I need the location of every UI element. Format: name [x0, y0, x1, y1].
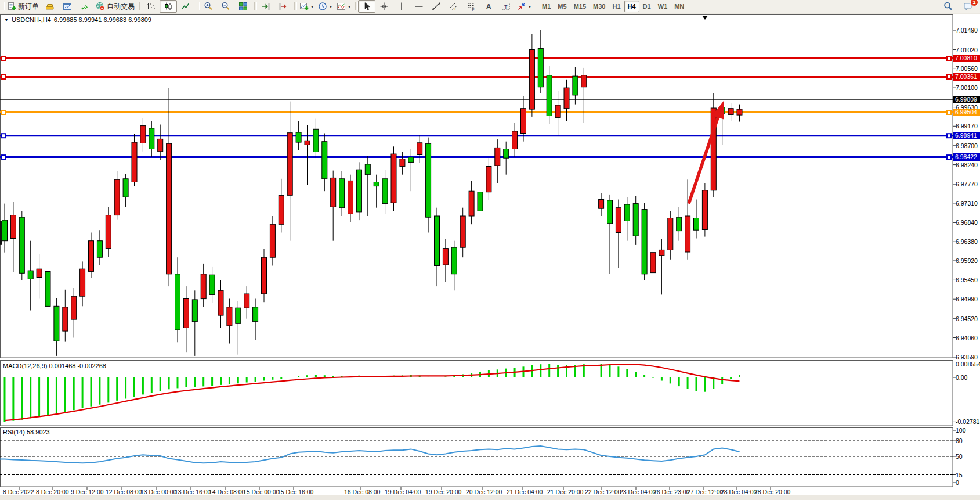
date-label: 8 Dec 20:00	[36, 488, 69, 495]
crosshair-button[interactable]	[375, 0, 393, 13]
price-tick-label: 6.94060	[956, 334, 980, 341]
candlestick-button[interactable]	[160, 0, 177, 13]
chart-window: ▼ USDCNH-,H4 6.99685 6.99941 6.99683 6.9…	[0, 14, 980, 495]
price-tick-label: 6.98240	[956, 161, 980, 168]
chart-window-icon	[63, 2, 72, 11]
vertical-line-button[interactable]	[393, 0, 410, 13]
timeframe-h4-button[interactable]: H4	[624, 1, 639, 12]
date-label: 21 Dec 20:00	[547, 488, 583, 495]
new-chart-icon	[299, 2, 309, 11]
chart-shift-button[interactable]	[274, 0, 292, 13]
gold-icon	[45, 2, 55, 11]
line-handle	[947, 134, 951, 138]
price-tick-label: 6.97770	[956, 181, 980, 188]
chart-canvas[interactable]	[0, 14, 980, 495]
dropdown-caret-icon[interactable]: ▾	[330, 4, 332, 9]
line-handle	[2, 56, 6, 60]
clock-icon	[318, 2, 327, 11]
new-order-button[interactable]: 新订单	[5, 0, 41, 13]
signal-button[interactable]	[76, 0, 93, 13]
price-tick-label: 6.96380	[956, 238, 980, 245]
market-watch-button[interactable]	[59, 0, 76, 13]
timeframe-m15-button[interactable]: M15	[570, 1, 590, 12]
svg-text:A: A	[486, 2, 492, 11]
svg-text:E: E	[455, 7, 458, 11]
tile-windows-icon	[238, 2, 248, 11]
price-tick-label: 6.95920	[956, 257, 980, 264]
trendline-button[interactable]	[428, 0, 445, 13]
date-label: 28 Dec 04:00	[721, 488, 757, 495]
toolbar-group-4: ▾▾▾	[294, 0, 355, 13]
zoom-out-button[interactable]	[217, 0, 234, 13]
rsi-axis-label: 0	[956, 479, 980, 486]
horizontal-line-icon	[414, 2, 424, 11]
timeframe-w1-button[interactable]: W1	[654, 1, 671, 12]
bar-chart-button[interactable]	[142, 0, 160, 13]
rsi-indicator-label: RSI(14) 58.9023	[3, 429, 50, 436]
gold-button[interactable]	[41, 0, 59, 13]
tile-windows-button[interactable]	[234, 0, 252, 13]
chart-title: ▼ USDCNH-,H4 6.99685 6.99941 6.99683 6.9…	[4, 16, 151, 23]
timeframe-d1-button[interactable]: D1	[639, 1, 654, 12]
price-tick-label: 6.96840	[956, 219, 980, 226]
dropdown-caret-icon[interactable]: ▾	[311, 4, 313, 9]
rsi-axis-label: 80	[956, 437, 980, 444]
indicators-icon	[337, 2, 346, 11]
line-handle	[2, 110, 6, 114]
dropdown-caret-icon[interactable]: ▾	[348, 4, 350, 9]
chat-button[interactable]: 1	[959, 0, 977, 13]
text-icon: A	[484, 2, 493, 11]
date-label: 19 Dec 04:00	[385, 488, 421, 495]
arrows-button[interactable]: ▾	[515, 0, 533, 13]
timeframe-m1-button[interactable]: M1	[538, 1, 554, 12]
cursor-button[interactable]	[358, 0, 375, 13]
timeframe-h1-button[interactable]: H1	[609, 1, 624, 12]
price-line-badge: 6.98422	[953, 153, 980, 161]
date-label: 15 Dec 00:00	[243, 488, 279, 495]
date-label: 9 Dec 12:00	[71, 488, 104, 495]
line-chart-button[interactable]	[177, 0, 194, 13]
search-button[interactable]	[939, 0, 957, 13]
text-label-button[interactable]: T	[497, 0, 515, 13]
date-label: 27 Dec 12:00	[687, 488, 723, 495]
toolbar-group-5: EFAT▾	[355, 0, 535, 13]
price-tick-label: 7.00560	[956, 65, 980, 72]
date-label: 13 Dec 00:00	[140, 488, 176, 495]
price-line-badge: 6.98941	[953, 132, 980, 139]
templates-button[interactable]: ▾	[334, 0, 353, 13]
fibonacci-icon: F	[467, 2, 476, 11]
trendline-icon	[432, 2, 441, 11]
autotrading-button[interactable]: 自动交易	[93, 0, 137, 13]
date-label: 16 Dec 08:00	[344, 488, 380, 495]
channel-button[interactable]: E	[445, 0, 462, 13]
horizontal-line-button[interactable]	[410, 0, 428, 13]
timeframe-mn-button[interactable]: MN	[671, 1, 688, 12]
signal-icon	[80, 2, 89, 11]
timeframe-m5-button[interactable]: M5	[554, 1, 570, 12]
svg-text:T: T	[504, 4, 508, 10]
auto-scroll-icon	[261, 2, 270, 11]
price-tick-label: 6.93590	[956, 354, 980, 361]
line-chart-icon	[181, 2, 190, 11]
dropdown-caret-icon[interactable]: ▾	[529, 4, 531, 9]
macd-indicator-label: MACD(12,26,9) 0.001468 -0.002268	[3, 362, 106, 369]
chart-symbol-period: USDCNH-,H4	[12, 16, 51, 23]
date-label: 19 Dec 20:00	[425, 488, 461, 495]
notification-badge: 1	[970, 0, 978, 6]
date-label: 13 Dec 16:00	[175, 488, 211, 495]
zoom-in-button[interactable]	[200, 0, 217, 13]
chevron-down-icon[interactable]: ▼	[4, 17, 9, 23]
line-handle	[947, 110, 951, 114]
cursor-icon	[362, 2, 371, 11]
price-tick-label: 6.98700	[956, 142, 980, 149]
date-label: 20 Dec 12:00	[466, 488, 502, 495]
auto-scroll-button[interactable]	[257, 0, 274, 13]
main-toolbar: 新订单自动交易▾▾▾EFAT▾M1M5M15M30H1H4D1W1MN1	[0, 0, 980, 13]
periods-button[interactable]: ▾	[316, 0, 334, 13]
fibonacci-button[interactable]: F	[462, 0, 480, 13]
price-tick-label: 7.00100	[956, 84, 980, 91]
timeframe-m30-button[interactable]: M30	[590, 1, 609, 12]
text-button[interactable]: A	[480, 0, 497, 13]
price-line-badge: 6.99809	[953, 96, 980, 103]
new-chart-button[interactable]: ▾	[297, 0, 316, 13]
